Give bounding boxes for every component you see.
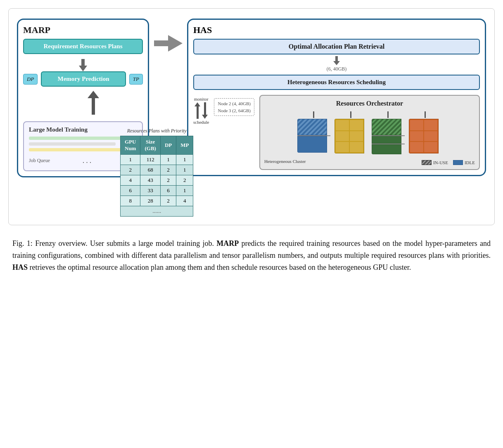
monitor-schedule-arrows bbox=[194, 102, 209, 119]
schedule-label: schedule bbox=[193, 120, 209, 125]
table-row: 8 28 2 4 bbox=[121, 196, 193, 206]
table-container: Resources Plans with Priority GPUNum Siz… bbox=[120, 128, 193, 217]
job-queue-label: Job Queue bbox=[29, 158, 50, 164]
optimal-alloc-box: Optimal Allocation Plan Retrieval bbox=[193, 39, 480, 54]
tp-box: TP bbox=[129, 74, 143, 85]
fig-label: Fig. 1: bbox=[12, 239, 33, 248]
node3-label: Node 3 (2, 64GB) bbox=[218, 107, 250, 114]
caption-text3: retrieves the optimal resource allocatio… bbox=[28, 263, 411, 271]
marp-bold: MARP bbox=[216, 239, 239, 248]
orch-title: Resources Orchestrator bbox=[264, 100, 475, 107]
dp-box: DP bbox=[23, 74, 38, 85]
marp-to-has-arrow bbox=[156, 35, 180, 52]
req-resources-box: Requirement Resources Plans bbox=[23, 39, 143, 54]
table-dots-row: ...... bbox=[121, 206, 193, 217]
up-arrow-marp bbox=[88, 91, 98, 115]
table-row: 4 43 2 2 bbox=[121, 175, 193, 186]
job-line-3 bbox=[29, 148, 121, 151]
memory-row: DP Memory Prediction TP bbox=[23, 71, 143, 87]
hetero-sched-box: Heterogeneous Resources Scheduling bbox=[193, 75, 480, 90]
marp-label: MARP bbox=[23, 25, 143, 35]
has-bold: HAS bbox=[12, 263, 28, 271]
table-row: 2 68 2 1 bbox=[121, 165, 193, 175]
job-line-2 bbox=[29, 142, 116, 146]
table-row: 1 112 1 1 bbox=[121, 155, 193, 165]
table-section: Resources Plans with Priority GPUNum Siz… bbox=[112, 128, 486, 217]
table-row: 6 33 6 1 bbox=[121, 186, 193, 196]
caption-section: Fig. 1: Frenzy overview. User submits a … bbox=[8, 233, 495, 273]
dots: ... bbox=[83, 156, 93, 165]
memory-pred-box: Memory Prediction bbox=[41, 71, 126, 87]
col-gpu: GPUNum bbox=[121, 136, 140, 155]
resource-table: GPUNum Size(GB) DP MP 1 112 1 1 2 bbox=[120, 136, 193, 217]
caption-text1: Frenzy overview. User submits a large mo… bbox=[33, 239, 216, 248]
optimal-to-hetero-arrow bbox=[193, 56, 480, 65]
figure-container: MARP Requirement Resources Plans DP Memo… bbox=[8, 8, 495, 225]
monitor-label: monitor bbox=[194, 97, 209, 101]
table-title: Resources Plans with Priority bbox=[120, 128, 193, 134]
node-info-box: Node 2 (4, 40GB) Node 3 (2, 64GB) bbox=[214, 98, 254, 116]
has-label: HAS bbox=[193, 25, 480, 35]
six-40gb: (6, 40GB) bbox=[193, 66, 480, 72]
node2-label: Node 2 (4, 40GB) bbox=[218, 100, 250, 107]
req-to-memory-arrow bbox=[23, 59, 143, 71]
col-size: Size(GB) bbox=[140, 136, 160, 155]
col-mp: MP bbox=[176, 136, 193, 155]
col-dp: DP bbox=[160, 136, 176, 155]
